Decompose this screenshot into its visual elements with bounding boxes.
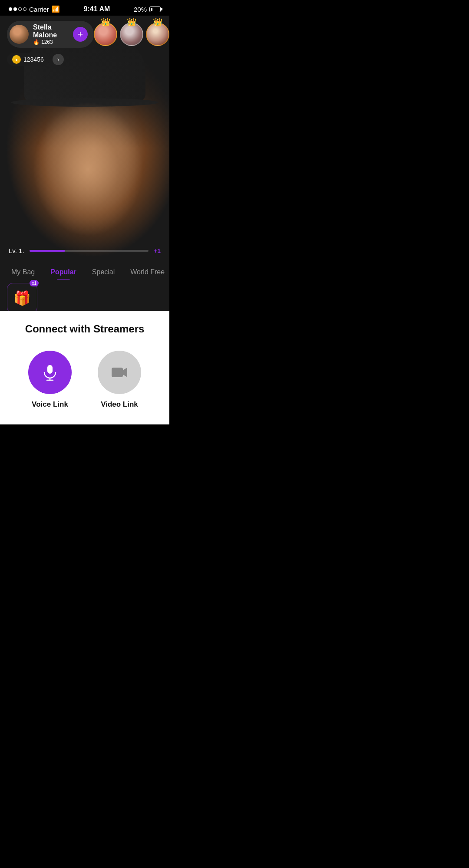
progress-fill: [30, 250, 65, 252]
progress-track: [30, 250, 149, 252]
level-label: Lv. 1.: [9, 247, 24, 254]
svg-rect-3: [112, 368, 123, 377]
coin-icon: ●: [12, 55, 21, 64]
coin-value: 123456: [23, 56, 44, 63]
tab-world-free[interactable]: World Free: [123, 265, 165, 279]
battery-percent: 20%: [134, 6, 147, 13]
wifi-icon: 📶: [52, 5, 60, 13]
battery-icon: [149, 7, 161, 12]
crown-icon-2: 👑: [127, 17, 136, 27]
user-name: Stella Malone: [33, 23, 69, 39]
voice-link-label: Voice Link: [32, 400, 68, 409]
gift-badge: x1: [30, 280, 39, 286]
add-button[interactable]: +: [73, 27, 88, 42]
crown-user-3[interactable]: 👑: [146, 23, 169, 46]
tabs-area: My Bag Popular Special World Free Fi: [0, 265, 169, 279]
coin-arrow[interactable]: ›: [53, 54, 64, 65]
tab-special[interactable]: Special: [85, 265, 122, 279]
coin-badge: ● 123456: [7, 53, 49, 66]
crown-users-row: 👑 👑 👑 ✕: [94, 23, 169, 46]
flame-icon: 🔥: [33, 39, 40, 45]
tab-my-bag[interactable]: My Bag: [4, 265, 42, 279]
crown-icon-1: 👑: [101, 17, 110, 27]
bottom-section: Connect with Streamers Voice Link: [0, 311, 169, 424]
crown-icon-3: 👑: [153, 17, 162, 27]
user-info-card: Stella Malone 🔥 1263 +: [7, 21, 94, 48]
video-link-label: Video Link: [101, 400, 138, 409]
video-area: Stella Malone 🔥 1263 + 👑 👑: [0, 16, 169, 311]
svg-rect-0: [47, 365, 53, 374]
level-plus: +1: [154, 247, 161, 254]
connect-buttons: Voice Link Video Link: [9, 351, 161, 409]
gift-preview: x1 🎁: [0, 279, 169, 311]
status-bar: Carrier 📶 9:41 AM 20%: [0, 0, 169, 16]
gift-item-1[interactable]: x1 🎁: [7, 283, 37, 311]
avatar: [10, 25, 29, 44]
status-time: 9:41 AM: [84, 5, 110, 13]
level-bar-area: Lv. 1. +1: [0, 247, 169, 254]
crown-user-1[interactable]: 👑: [94, 23, 117, 46]
tab-popular[interactable]: Popular: [43, 265, 83, 279]
connect-title: Connect with Streamers: [9, 323, 161, 335]
carrier-label: Carrier: [29, 6, 49, 13]
voice-link-button[interactable]: Voice Link: [28, 351, 72, 409]
flame-count: 1263: [41, 39, 53, 45]
crown-user-2[interactable]: 👑: [120, 23, 143, 46]
video-link-button[interactable]: Video Link: [98, 351, 141, 409]
